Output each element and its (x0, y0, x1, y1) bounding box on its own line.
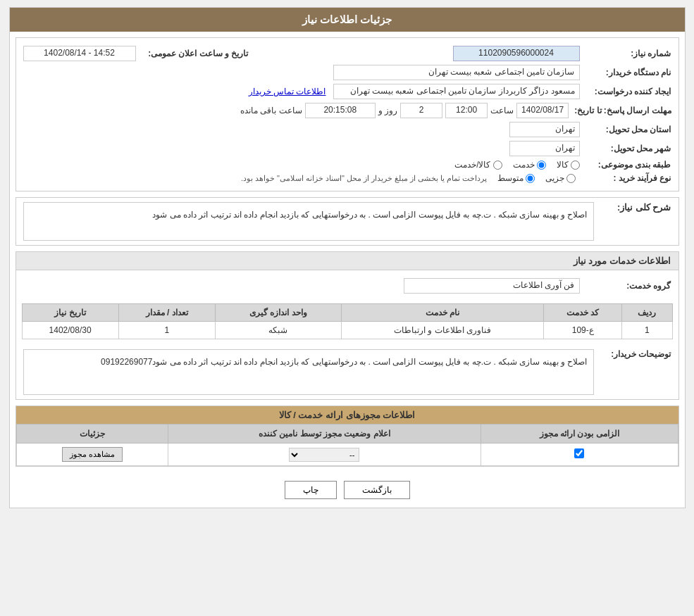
city-label: شهر محل تحویل: (580, 144, 671, 153)
service-table: ردیف کد خدمت نام خدمت واحد اندازه گیری ت… (22, 303, 673, 339)
cell-status: -- (168, 444, 481, 466)
buyer-notes-label: توضیحات خریدار: (594, 349, 671, 359)
permits-section-title: اطلاعات مجوزهای ارائه خدمت / کالا (16, 406, 678, 424)
page-title: جزئیات اطلاعات نیاز (10, 8, 685, 32)
purchase-type-note: پرداخت تمام یا بخشی از مبلغ خریدار از مح… (241, 174, 488, 183)
view-permit-button[interactable]: مشاهده مجوز (62, 447, 123, 462)
category-kala[interactable]: کالا (557, 160, 580, 170)
need-number-label: شماره نیاز: (580, 49, 671, 58)
contact-link[interactable]: اطلاعات تماس خریدار (249, 87, 326, 96)
category-options: کالا خدمت کالا/خدمت (454, 160, 579, 170)
response-deadline-label: مهلت ارسال پاسخ: تا تاریخ: (569, 106, 671, 115)
city-value: تهران (509, 141, 580, 156)
permits-table: الزامی بودن ارائه مجوز اعلام وضعیت مجوز … (16, 424, 678, 466)
status-select[interactable]: -- (289, 448, 359, 462)
col-required: الزامی بودن ارائه مجوز (481, 425, 678, 444)
print-button[interactable]: چاپ (285, 481, 337, 499)
buttons-row: بازگشت چاپ (10, 472, 685, 508)
cell-row: 1 (622, 322, 672, 339)
cell-required (481, 444, 678, 466)
col-qty: تعداد / مقدار (118, 304, 215, 322)
cell-code: ع-109 (544, 322, 622, 339)
col-code: کد خدمت (544, 304, 622, 322)
service-info-title: اطلاعات خدمات مورد نیاز (16, 252, 678, 270)
col-details: جزئیات (16, 425, 168, 444)
response-time-label: ساعت (490, 106, 514, 115)
purchase-type-options: جزیی متوسط (497, 173, 576, 183)
buyer-org-label: نام دستگاه خریدار: (580, 68, 671, 77)
buyer-org-value: سازمان تامین اجتماعی شعبه بیست تهران (333, 65, 580, 80)
col-unit: واحد اندازه گیری (215, 304, 341, 322)
purchase-type-label: نوع فرآیند خرید : (580, 173, 671, 183)
response-date: 1402/08/17 (516, 103, 569, 118)
hours-remaining-label: ساعت باقی مانده (240, 106, 302, 115)
need-description-label: شرح کلی نیاز: (594, 202, 671, 213)
service-group-value: فن آوری اطلاعات (404, 278, 580, 294)
response-time: 12:00 (445, 103, 488, 118)
col-row: ردیف (622, 304, 672, 322)
cell-date: 1402/08/30 (22, 322, 118, 339)
col-date: تاریخ نیاز (22, 304, 118, 322)
cell-qty: 1 (118, 322, 215, 339)
creator-label: ایجاد کننده درخواست: (580, 87, 671, 96)
days-remaining: 2 (400, 103, 442, 118)
need-description-text: اصلاح و بهینه سازی شبکه . ت.چه به فایل پ… (23, 202, 594, 241)
back-button[interactable]: بازگشت (344, 481, 410, 499)
category-khedmat[interactable]: خدمت (513, 160, 546, 170)
hours-remaining: 20:15:08 (305, 103, 376, 118)
required-checkbox[interactable] (574, 448, 584, 458)
announcement-date-value: 1402/08/14 - 14:52 (23, 46, 136, 61)
table-row: -- مشاهده مجوز (16, 444, 678, 466)
cell-name: فناوری اطلاعات و ارتباطات (341, 322, 544, 339)
purchase-type-medium[interactable]: متوسط (497, 173, 535, 183)
province-label: استان محل تحویل: (580, 125, 671, 134)
days-remaining-label: روز و (378, 106, 397, 115)
cell-unit: شبکه (215, 322, 341, 339)
service-group-label: گروه خدمت: (580, 281, 671, 291)
announcement-date-label: تاریخ و ساعت اعلان عمومی: (136, 49, 249, 58)
buyer-notes-text: اصلاح و بهینه سازی شبکه . ت.چه به فایل پ… (23, 349, 594, 395)
purchase-type-partial[interactable]: جزیی (545, 173, 576, 183)
col-status: اعلام وضعیت مجوز توسط نامین کننده (168, 425, 481, 444)
table-row: 1 ع-109 فناوری اطلاعات و ارتباطات شبکه 1… (22, 322, 672, 339)
col-name: نام خدمت (341, 304, 544, 322)
category-kala-khedmat[interactable]: کالا/خدمت (454, 160, 502, 170)
creator-value: مسعود دزاگر کاربرداز سازمان تامین اجتماع… (333, 84, 580, 99)
province-value: تهران (509, 122, 580, 137)
cell-action: مشاهده مجوز (16, 444, 168, 466)
need-number-value: 1102090596000024 (453, 46, 580, 61)
category-label: طبقه بندی موضوعی: (580, 160, 671, 170)
